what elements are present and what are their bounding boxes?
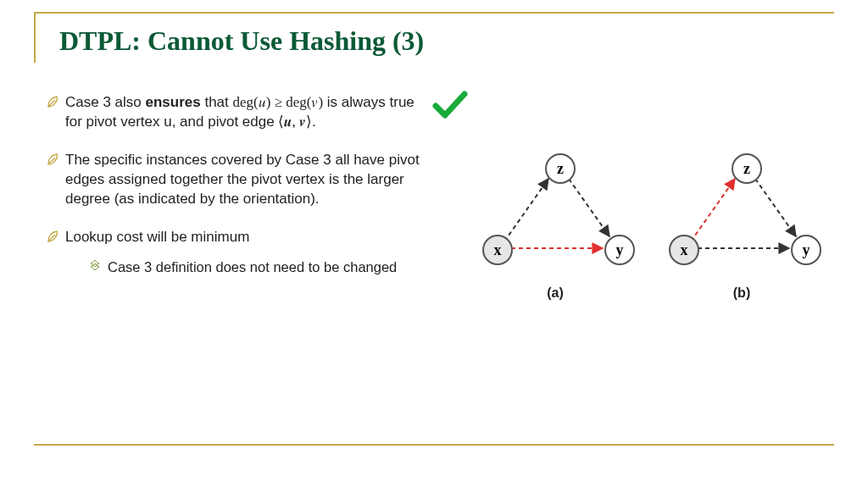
frame-left (34, 12, 36, 63)
b1-bold: ensures (146, 94, 201, 110)
node-z: z (545, 153, 576, 184)
caption-b: (b) (657, 286, 826, 301)
slide-title: DTPL: Cannot Use Hashing (3) (59, 25, 424, 57)
node-x: x (669, 235, 699, 265)
node-x: x (482, 235, 513, 265)
diagram-area: z x y (a) z x y (b) (470, 148, 843, 318)
edge-x-z-pivot (691, 179, 735, 241)
leaf-bullet-icon (47, 151, 65, 166)
leaf-bullet-icon (47, 228, 65, 243)
edge-x-z (504, 179, 548, 241)
bullet-3-text: Lookup cost will be minimum (65, 228, 420, 247)
node-y: y (791, 235, 821, 265)
checkmark-icon (432, 89, 468, 126)
caption-a: (a) (470, 286, 640, 301)
sub-bullet-1: Case 3 definition does not need to be ch… (89, 258, 420, 276)
b1-mid: that (201, 94, 233, 110)
diagram-a: z x y (a) (470, 148, 640, 301)
b1-math2: ⟨𝒖, 𝒗⟩ (278, 114, 312, 130)
frame-bottom (34, 444, 834, 446)
content-area: Case 3 also ensures that deg(𝑢) ≥ deg(𝑣)… (47, 93, 420, 276)
edge-z-y (569, 179, 609, 236)
frame-top (34, 12, 834, 14)
cross-leaf-icon (89, 258, 108, 274)
bullet-2-text: The specific instances covered by Case 3… (65, 151, 420, 209)
sub-bullet-1-text: Case 3 definition does not need to be ch… (108, 258, 420, 276)
bullet-1-text: Case 3 also ensures that deg(𝑢) ≥ deg(𝑣)… (65, 93, 420, 132)
b1-pre: Case 3 also (65, 94, 146, 110)
b1-math: deg(𝑢) ≥ deg(𝑣) (233, 94, 324, 110)
leaf-bullet-icon (47, 93, 65, 108)
bullet-3: Lookup cost will be minimum (47, 228, 420, 247)
diagram-b: z x y (b) (657, 148, 826, 301)
node-z: z (732, 153, 762, 184)
bullet-1: Case 3 also ensures that deg(𝑢) ≥ deg(𝑣)… (47, 93, 420, 132)
b1-post2: . (312, 114, 316, 130)
edge-z-y (755, 179, 796, 236)
node-y: y (604, 235, 635, 265)
bullet-2: The specific instances covered by Case 3… (47, 151, 420, 209)
